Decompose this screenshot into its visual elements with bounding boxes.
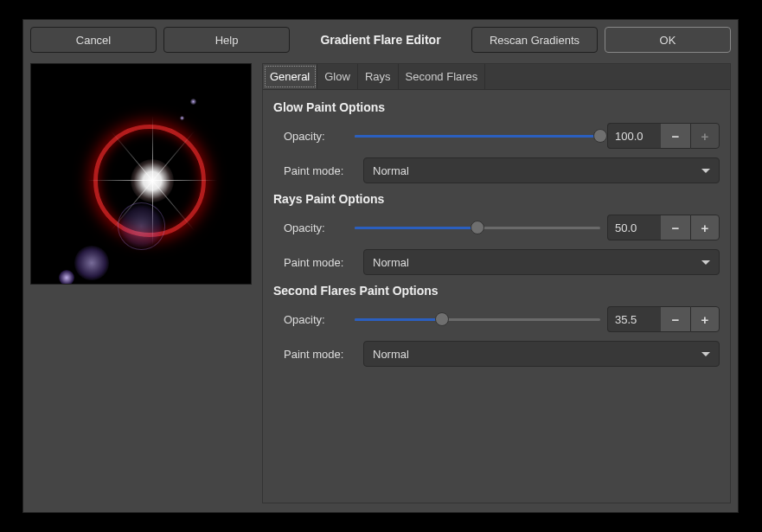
- general-panel: Glow Paint Options Opacity: − + P: [263, 90, 730, 386]
- second-opacity-label: Opacity:: [284, 313, 348, 326]
- glow-section-header: Glow Paint Options: [273, 100, 720, 114]
- glow-opacity-input[interactable]: [607, 123, 661, 149]
- cancel-button[interactable]: Cancel: [30, 27, 157, 53]
- ok-button[interactable]: OK: [605, 27, 731, 53]
- gradient-flare-editor-dialog: Cancel Help Gradient Flare Editor Rescan…: [22, 19, 739, 513]
- minus-icon: −: [672, 312, 680, 327]
- chevron-down-icon: [701, 169, 710, 173]
- rays-paintmode-select[interactable]: Normal: [363, 249, 720, 275]
- preview-column: [30, 63, 252, 503]
- glow-paintmode-select[interactable]: Normal: [363, 157, 720, 183]
- glow-paintmode-label: Paint mode:: [284, 164, 356, 177]
- second-paintmode-select[interactable]: Normal: [363, 341, 720, 367]
- second-opacity-increment[interactable]: +: [690, 306, 720, 332]
- rays-paintmode-label: Paint mode:: [284, 256, 356, 269]
- rescan-gradients-button[interactable]: Rescan Gradients: [471, 27, 598, 53]
- rays-opacity-slider[interactable]: [355, 221, 600, 234]
- tab-general[interactable]: General: [263, 64, 317, 89]
- flare-preview: [30, 63, 252, 285]
- minus-icon: −: [672, 129, 680, 144]
- tab-bar: General Glow Rays Second Flares: [263, 64, 730, 90]
- plus-icon: +: [701, 312, 709, 327]
- minus-icon: −: [672, 221, 680, 235]
- second-paintmode-value: Normal: [373, 348, 409, 361]
- help-button[interactable]: Help: [163, 27, 290, 53]
- dialog-body: General Glow Rays Second Flares Glow Pai…: [23, 60, 738, 510]
- rays-paintmode-value: Normal: [373, 256, 409, 269]
- second-opacity-decrement[interactable]: −: [661, 306, 690, 332]
- glow-opacity-label: Opacity:: [284, 130, 348, 143]
- glow-opacity-increment: +: [690, 123, 720, 149]
- tab-second-flares[interactable]: Second Flares: [399, 64, 486, 89]
- second-opacity-input[interactable]: [607, 306, 661, 332]
- second-opacity-slider[interactable]: [355, 312, 600, 326]
- dialog-title: Gradient Flare Editor: [297, 33, 464, 47]
- plus-icon: +: [701, 221, 709, 235]
- chevron-down-icon: [701, 260, 710, 265]
- second-paintmode-label: Paint mode:: [284, 348, 356, 361]
- tab-glow[interactable]: Glow: [317, 64, 358, 89]
- plus-icon: +: [701, 129, 709, 144]
- rays-opacity-label: Opacity:: [284, 221, 348, 234]
- rays-opacity-decrement[interactable]: −: [661, 215, 690, 240]
- glow-opacity-slider[interactable]: [355, 129, 600, 143]
- chevron-down-icon: [701, 352, 710, 356]
- settings-column: General Glow Rays Second Flares Glow Pai…: [262, 63, 731, 503]
- rays-opacity-input[interactable]: [607, 215, 661, 240]
- rays-opacity-increment[interactable]: +: [690, 215, 720, 240]
- rays-section-header: Rays Paint Options: [273, 192, 720, 206]
- glow-opacity-decrement[interactable]: −: [661, 123, 690, 149]
- second-flares-section-header: Second Flares Paint Options: [273, 284, 720, 298]
- dialog-header: Cancel Help Gradient Flare Editor Rescan…: [23, 20, 738, 60]
- tab-rays[interactable]: Rays: [358, 64, 399, 89]
- glow-paintmode-value: Normal: [373, 164, 409, 177]
